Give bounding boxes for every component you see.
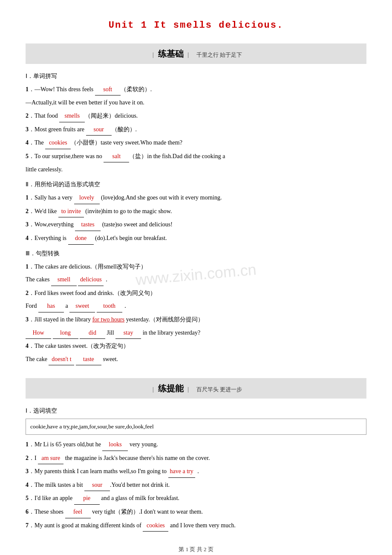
q-num: 1	[26, 263, 29, 270]
q-num: 4	[26, 235, 29, 241]
s2-q6: 6．These shoes feel very tight（紧的）.I don'…	[26, 506, 366, 518]
q-num: 4	[26, 139, 29, 146]
q3-4-ans: The cake doesn't t taste sweet.	[26, 354, 366, 366]
blank-soft: soft	[95, 84, 121, 96]
section2-banner-sub: 百尺竿头 更进一步	[196, 386, 242, 393]
q-num: 1	[26, 194, 29, 201]
q2-2: 2．We'd like to invite (invite)him to go …	[26, 206, 366, 218]
q-num: 6	[26, 509, 29, 515]
q-num: 2	[26, 290, 29, 296]
q1-1b: —Actually,it will be even better if you …	[26, 97, 366, 109]
blank-sweet: sweet	[69, 301, 95, 312]
blank-long: long	[53, 327, 78, 339]
q-num: 3	[26, 316, 29, 323]
blank-how: How	[26, 327, 51, 339]
blank-to-invite: to invite	[58, 206, 84, 218]
q1-5b: little carelessly.	[26, 164, 366, 176]
banner-divider-right2: |	[187, 386, 189, 393]
q-text: ．—Wow! This dress feels	[29, 86, 95, 92]
blank-has: has	[38, 301, 64, 312]
q3-1: 1．The cakes are delicious.（用smell改写句子）	[26, 261, 366, 273]
q-num: 1	[26, 86, 29, 92]
blank-tastes: tastes	[75, 219, 101, 231]
blank-am-sure: am sure	[38, 453, 63, 465]
blank-taste2: taste	[76, 354, 101, 366]
q-num: 5	[26, 495, 29, 501]
q1-3: 3．Most green fruits are sour（酸的）.	[26, 124, 366, 136]
blank-cookies2: cookies	[143, 520, 168, 532]
blank-pie: pie	[74, 493, 100, 505]
blank-stay: stay	[115, 327, 141, 339]
blank-lovely: lovely	[74, 192, 100, 204]
blank-tooth: tooth	[97, 301, 122, 312]
q1-5: 5．To our surprise,there was no salt（盐）in…	[26, 151, 366, 163]
q-num: 1	[26, 441, 29, 448]
section1-banner-main: 练基础	[158, 49, 184, 58]
s2-q1: 1．Mr Li is 65 years old,but he looks ver…	[26, 439, 366, 451]
q3-3: 3．Jill stayed in the library for two hou…	[26, 314, 366, 326]
section2-banner: | 练提能 | 百尺竿头 更进一步	[26, 378, 366, 399]
q-num: 3	[26, 221, 29, 228]
q2-1: 1．Sally has a very lovely (love)dog.And …	[26, 192, 366, 204]
q-num: 2	[26, 455, 29, 461]
blank-smell: smell	[51, 274, 77, 286]
q3-3-ans: How long did Jill stay in the library ye…	[26, 327, 366, 339]
q3-2: 2．Ford likes sweet food and drinks.（改为同义…	[26, 288, 366, 299]
section1-banner-sub: 千里之行 始于足下	[196, 52, 242, 58]
blank-did: did	[80, 327, 105, 339]
page-title: Unit 1 It smells delicious.	[26, 17, 366, 34]
section2-banner-main: 练提能	[158, 384, 184, 393]
q1-2: 2．That food smells（闻起来）delicious.	[26, 110, 366, 122]
s2-q2: 2．I am sure the magazine is Jack's becau…	[26, 453, 366, 465]
blank-delicious: delicious	[78, 274, 104, 286]
q1-4: 4．The cookies（小甜饼）taste very sweet.Who m…	[26, 137, 366, 149]
blank-looks: looks	[102, 439, 128, 451]
blank-cookies: cookies	[45, 137, 71, 149]
s2-q3: 3．My parents think I can learn maths wel…	[26, 466, 366, 478]
part1-title: Ⅰ．单词拼写	[26, 71, 366, 81]
section1-banner: | 练基础 | 千里之行 始于足下	[26, 43, 366, 64]
part3-title: Ⅲ．句型转换	[26, 248, 366, 259]
banner-divider-left2: |	[153, 386, 154, 393]
blank-salt: salt	[104, 151, 129, 163]
q-num: 3	[26, 468, 29, 474]
q-num: 2	[26, 113, 29, 119]
q-num: 4	[26, 343, 29, 349]
q-num: 4	[26, 482, 29, 488]
blank-smells: smells	[59, 110, 85, 122]
banner-divider-left: |	[153, 51, 154, 58]
q1-1: 1．—Wow! This dress feels soft（柔软的）.	[26, 84, 366, 96]
q-num: 2	[26, 208, 29, 214]
page-content: www.zixin.com.cn Unit 1 It smells delici…	[26, 17, 366, 555]
page-footer: 第 1 页 共 2 页	[26, 544, 366, 554]
blank-have-a-try: have a try	[168, 466, 195, 478]
q-num: 3	[26, 126, 29, 133]
banner-divider-right: |	[187, 51, 189, 58]
q-num: 7	[26, 522, 29, 529]
q2-4: 4．Everything is done (do).Let's begin ou…	[26, 233, 366, 245]
s2-q4: 4．The milk tastes a bit sour.You'd bette…	[26, 480, 366, 491]
blank-sour: sour	[86, 124, 112, 136]
s2-q5: 5．I'd like an apple pie and a glass of m…	[26, 493, 366, 505]
q3-4: 4．The cake tastes sweet.（改为否定句）	[26, 341, 366, 352]
q3-2-ans: Ford has a sweet tooth．	[26, 301, 366, 312]
q2-3: 3．Wow,everything tastes (taste)so sweet …	[26, 219, 366, 231]
blank-done: done	[68, 233, 94, 245]
blank-sour2: sour	[84, 480, 110, 491]
word-list: cookie,have a try,pie,jam,for,sour,be su…	[26, 419, 366, 435]
blank-doesnt: doesn't t	[49, 354, 74, 366]
s2-q7: 7．My aunt is good at making different ki…	[26, 520, 366, 532]
q-num: 5	[26, 153, 29, 159]
part2-title: Ⅱ．用所给词的适当形式填空	[26, 179, 366, 190]
part4-title: Ⅰ．选词填空	[26, 405, 366, 416]
q3-1-ans: The cakes smell delicious．	[26, 274, 366, 286]
underline-for-two-hours: for two hours	[92, 316, 124, 323]
blank-feel: feel	[65, 506, 91, 518]
